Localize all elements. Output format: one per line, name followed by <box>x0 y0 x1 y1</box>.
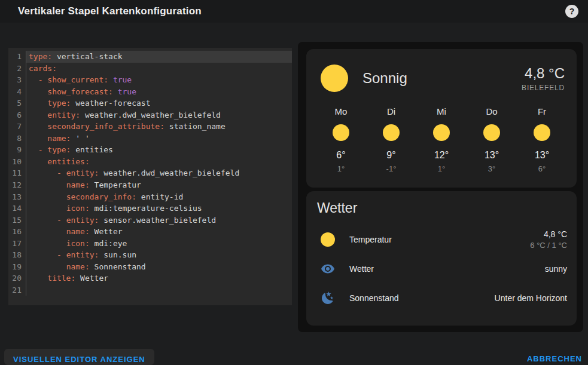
code-line[interactable]: 7 secondary_info_attribute: station_name <box>8 121 292 133</box>
code-line[interactable]: 2cards: <box>8 63 292 75</box>
line-number: 2 <box>8 63 26 75</box>
code-line[interactable]: 1type: vertical-stack <box>8 51 292 63</box>
code-text: - type: entities <box>26 144 292 156</box>
code-line[interactable]: 5 type: weather-forecast <box>8 97 292 109</box>
code-line[interactable]: 18 - entity: sun.sun <box>8 249 292 261</box>
code-text: - entity: weather.dwd_weather_bielefeld <box>26 167 292 179</box>
line-number: 17 <box>8 238 26 250</box>
code-line[interactable]: 9 - type: entities <box>8 144 292 156</box>
code-line[interactable]: 14 icon: mdi:temperature-celsius <box>8 203 292 214</box>
forecast-low-temp: 6° <box>517 164 567 174</box>
help-button[interactable]: ? <box>565 5 578 18</box>
forecast-high-temp: 13° <box>517 149 567 161</box>
line-number: 9 <box>8 144 26 156</box>
line-number: 11 <box>8 167 26 179</box>
show-visual-editor-button[interactable]: VISUELLEN EDITOR ANZEIGEN <box>4 349 154 365</box>
code-text: secondary_info_attribute: station_name <box>26 121 292 133</box>
sunny-icon <box>321 65 348 92</box>
line-number: 6 <box>8 109 26 121</box>
entity-state-block: Unter dem Horizont <box>495 293 567 303</box>
line-number: 18 <box>8 249 26 261</box>
line-number: 4 <box>8 86 26 98</box>
line-number: 5 <box>8 97 26 109</box>
code-text: name: ' ' <box>26 133 292 145</box>
forecast-low-temp: 1° <box>416 164 467 174</box>
code-line[interactable]: 17 icon: mdi:eye <box>8 238 292 250</box>
code-line[interactable]: 16 name: Wetter <box>8 226 292 238</box>
code-line[interactable]: 19 name: Sonnenstand <box>8 261 292 273</box>
dialog-title: Vertikaler Stapel Kartenkonfiguration <box>18 5 202 17</box>
code-line[interactable]: 3 - show_current: true <box>8 74 292 86</box>
line-number: 1 <box>8 51 26 63</box>
weather-forecast-card: Sonnig 4,8 °C BIELEFELD Mo6°1°Di9°-1°Mi1… <box>306 49 577 188</box>
line-number: 21 <box>8 284 26 296</box>
weather-condition: Sonnig <box>362 70 407 87</box>
entity-state-block: sunny <box>545 264 567 274</box>
code-text: entities: <box>26 156 292 168</box>
entity-name: Sonnenstand <box>349 293 399 303</box>
entity-state-secondary: 6 °C / 1 °C <box>530 241 567 250</box>
code-line[interactable]: 21 <box>8 284 292 296</box>
code-text: cards: <box>26 63 292 75</box>
entities-card-title: Wetter <box>306 191 577 216</box>
code-line[interactable]: 12 name: Temperatur <box>8 179 292 191</box>
sunny-icon <box>483 124 500 141</box>
code-line[interactable]: 10 entities: <box>8 156 292 168</box>
yaml-code-editor[interactable]: 1type: vertical-stack2cards:3 - show_cur… <box>8 48 292 305</box>
code-text <box>26 284 292 296</box>
entity-name: Temperatur <box>349 235 392 244</box>
line-number: 3 <box>8 74 26 86</box>
entity-state: sunny <box>545 264 567 274</box>
code-line[interactable]: 11 - entity: weather.dwd_weather_bielefe… <box>8 167 292 179</box>
line-number: 16 <box>8 226 26 238</box>
current-weather-row: Sonnig 4,8 °C BIELEFELD <box>306 49 577 92</box>
code-text: show_forecast: true <box>26 86 292 98</box>
line-number: 14 <box>8 203 26 214</box>
entities-card: Wetter Temperatur4,8 °C6 °C / 1 °CWetter… <box>306 191 577 326</box>
current-temperature: 4,8 °C <box>522 65 565 82</box>
sunny-icon <box>433 124 450 141</box>
code-text: name: Sonnenstand <box>26 261 292 273</box>
line-number: 20 <box>8 272 26 284</box>
forecast-day-label: Mo <box>316 106 366 117</box>
line-number: 13 <box>8 191 26 203</box>
forecast-high-temp: 6° <box>316 149 366 161</box>
code-text: - show_current: true <box>26 74 292 86</box>
code-text: secondary_info: entity-id <box>26 191 292 203</box>
forecast-high-temp: 12° <box>416 149 467 161</box>
line-number: 10 <box>8 156 26 168</box>
entity-row[interactable]: Temperatur4,8 °C6 °C / 1 °C <box>306 225 577 254</box>
code-line[interactable]: 15 - entity: sensor.weather_bielefeld <box>8 214 292 226</box>
eye-icon <box>321 262 335 276</box>
line-number: 12 <box>8 179 26 191</box>
code-line[interactable]: 6 entity: weather.dwd_weather_bielefeld <box>8 109 292 121</box>
forecast-low-temp: -1° <box>366 164 416 174</box>
sunny-icon <box>534 124 550 141</box>
code-line[interactable]: 4 show_forecast: true <box>8 86 292 98</box>
forecast-day-column: Fr13°6° <box>517 106 567 174</box>
code-line[interactable]: 13 secondary_info: entity-id <box>8 191 292 203</box>
forecast-day-column: Mo6°1° <box>316 106 366 174</box>
code-text: type: weather-forecast <box>26 97 292 109</box>
entity-row[interactable]: Wettersunny <box>306 254 577 283</box>
code-text: entity: weather.dwd_weather_bielefeld <box>26 109 292 121</box>
station-name: BIELEFELD <box>522 84 565 92</box>
forecast-low-temp: 3° <box>467 164 517 174</box>
code-line[interactable]: 8 name: ' ' <box>8 133 292 145</box>
line-number: 8 <box>8 133 26 145</box>
code-text: name: Temperatur <box>26 179 292 191</box>
forecast-day-label: Mi <box>416 106 467 117</box>
entity-row[interactable]: SonnenstandUnter dem Horizont <box>306 283 577 312</box>
code-text: name: Wetter <box>26 226 292 238</box>
code-text: - entity: sun.sun <box>26 249 292 261</box>
forecast-row: Mo6°1°Di9°-1°Mi12°1°Do13°3°Fr13°6° <box>306 106 577 174</box>
card-preview-panel: Sonnig 4,8 °C BIELEFELD Mo6°1°Di9°-1°Mi1… <box>298 42 583 332</box>
code-text: icon: mdi:eye <box>26 238 292 250</box>
cancel-button[interactable]: ABBRECHEN <box>527 354 582 363</box>
forecast-day-column: Mi12°1° <box>416 106 467 174</box>
forecast-low-temp: 1° <box>316 164 366 174</box>
code-line[interactable]: 20 title: Wetter <box>8 272 292 284</box>
sunny-icon <box>333 124 349 141</box>
forecast-day-column: Di9°-1° <box>366 106 416 174</box>
code-text: - entity: sensor.weather_bielefeld <box>26 214 292 226</box>
